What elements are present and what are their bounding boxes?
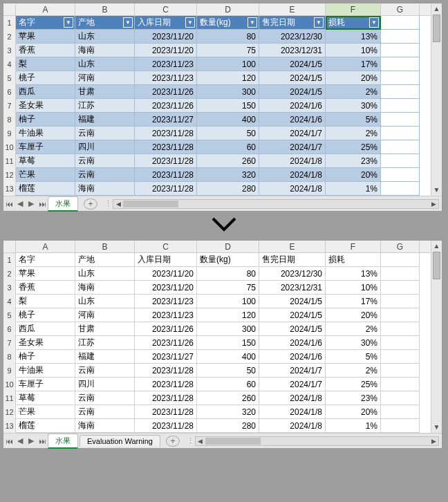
column-header-D[interactable]: D <box>197 3 259 15</box>
data-cell[interactable]: 海南 <box>75 419 135 433</box>
data-cell[interactable]: 100 <box>197 57 259 71</box>
data-cell[interactable]: 300 <box>197 322 259 336</box>
data-cell[interactable]: 2023/11/20 <box>135 44 197 57</box>
select-all-corner[interactable] <box>3 3 16 15</box>
header-cell-qty[interactable]: 数量(kg) <box>197 253 259 267</box>
empty-cell[interactable] <box>381 85 420 99</box>
data-cell[interactable]: 2023/11/27 <box>135 113 197 127</box>
data-cell[interactable]: 10% <box>326 44 381 57</box>
tab-splitter[interactable]: ⋮ <box>104 199 110 208</box>
header-cell-loss[interactable]: 损耗▼ <box>326 16 381 30</box>
data-cell[interactable]: 2023/11/28 <box>135 182 197 196</box>
row-header[interactable]: 12 <box>3 168 16 182</box>
tab-next-icon[interactable]: ▶ <box>26 199 37 208</box>
row-header[interactable]: 5 <box>3 308 16 322</box>
data-cell[interactable]: 20% <box>326 71 381 85</box>
row-header[interactable]: 5 <box>3 71 16 85</box>
data-cell[interactable]: 榴莲 <box>16 419 75 433</box>
data-cell[interactable]: 2023/11/23 <box>135 57 197 71</box>
filter-dropdown-icon[interactable]: ▼ <box>123 17 133 28</box>
data-cell[interactable]: 芒果 <box>16 168 75 182</box>
data-cell[interactable]: 榴莲 <box>16 182 75 196</box>
data-cell[interactable]: 云南 <box>75 127 135 140</box>
filter-dropdown-icon[interactable]: ▼ <box>314 17 324 28</box>
row-header[interactable]: 4 <box>3 295 16 308</box>
add-sheet-button[interactable]: + <box>84 198 97 210</box>
data-cell[interactable]: 2023/11/23 <box>135 71 197 85</box>
column-header-B[interactable]: B <box>75 241 135 252</box>
data-cell[interactable]: 10% <box>326 281 381 295</box>
data-cell[interactable]: 海南 <box>75 182 135 196</box>
data-cell[interactable]: 2024/1/8 <box>259 405 326 419</box>
row-header[interactable]: 8 <box>3 350 16 364</box>
data-cell[interactable]: 香蕉 <box>16 44 75 57</box>
data-cell[interactable]: 320 <box>197 405 259 419</box>
header-cell-qty[interactable]: 数量(kg)▼ <box>197 16 259 30</box>
tab-first-icon[interactable]: ⏮ <box>3 437 15 445</box>
scroll-thumb[interactable] <box>433 252 440 279</box>
data-cell[interactable]: 80 <box>197 267 259 281</box>
data-cell[interactable]: 2023/12/30 <box>259 30 326 44</box>
hscroll-right-icon[interactable]: ▶ <box>429 200 438 208</box>
data-cell[interactable]: 四川 <box>75 378 135 391</box>
empty-cell[interactable] <box>381 253 420 267</box>
data-cell[interactable]: 梨 <box>16 57 75 71</box>
filter-dropdown-icon[interactable]: ▼ <box>185 17 195 28</box>
data-cell[interactable]: 23% <box>326 154 381 168</box>
tab-prev-icon[interactable]: ◀ <box>15 199 26 208</box>
tab-last-icon[interactable]: ⏭ <box>37 200 48 208</box>
data-cell[interactable]: 车厘子 <box>16 378 75 391</box>
data-cell[interactable]: 2024/1/6 <box>259 113 326 127</box>
row-header[interactable]: 1 <box>3 16 16 30</box>
data-cell[interactable]: 5% <box>326 113 381 127</box>
data-cell[interactable]: 400 <box>197 113 259 127</box>
data-cell[interactable]: 云南 <box>75 364 135 378</box>
row-header[interactable]: 10 <box>3 378 16 391</box>
empty-cell[interactable] <box>381 405 420 419</box>
empty-cell[interactable] <box>381 127 420 140</box>
data-cell[interactable]: 四川 <box>75 140 135 154</box>
data-cell[interactable]: 25% <box>326 378 381 391</box>
data-cell[interactable]: 草莓 <box>16 391 75 405</box>
header-cell-selldate[interactable]: 售完日期▼ <box>259 16 326 30</box>
data-cell[interactable]: 2023/11/28 <box>135 140 197 154</box>
data-cell[interactable]: 2024/1/7 <box>259 378 326 391</box>
data-cell[interactable]: 60 <box>197 140 259 154</box>
scroll-up-icon[interactable]: ▲ <box>431 3 442 15</box>
row-header[interactable]: 7 <box>3 99 16 113</box>
select-all-corner[interactable] <box>3 241 16 252</box>
header-cell-indate[interactable]: 入库日期 <box>135 253 197 267</box>
empty-cell[interactable] <box>381 378 420 391</box>
row-header[interactable]: 9 <box>3 364 16 378</box>
row-header[interactable]: 13 <box>3 182 16 196</box>
filter-dropdown-icon[interactable]: ▼ <box>64 17 73 28</box>
vertical-scrollbar[interactable]: ▲ ▼ <box>431 241 442 433</box>
data-cell[interactable]: 13% <box>326 267 381 281</box>
data-cell[interactable]: 2023/11/23 <box>135 308 197 322</box>
row-header[interactable]: 9 <box>3 127 16 140</box>
row-header[interactable]: 2 <box>3 30 16 44</box>
column-header-B[interactable]: B <box>75 3 135 15</box>
data-cell[interactable]: 2024/1/5 <box>259 71 326 85</box>
empty-cell[interactable] <box>381 281 420 295</box>
data-cell[interactable]: 80 <box>197 30 259 44</box>
hscroll-thumb[interactable] <box>205 438 261 445</box>
data-cell[interactable]: 牛油果 <box>16 364 75 378</box>
empty-cell[interactable] <box>381 168 420 182</box>
tab-first-icon[interactable]: ⏮ <box>3 200 15 208</box>
data-cell[interactable]: 20% <box>326 308 381 322</box>
data-cell[interactable]: 30% <box>326 336 381 350</box>
sheet-tab-warning[interactable]: Evaluation Warning <box>80 435 160 447</box>
data-cell[interactable]: 1% <box>326 419 381 433</box>
data-cell[interactable]: 桃子 <box>16 308 75 322</box>
data-cell[interactable]: 2024/1/7 <box>259 127 326 140</box>
data-cell[interactable]: 75 <box>197 281 259 295</box>
scroll-thumb[interactable] <box>433 15 440 42</box>
data-cell[interactable]: 2023/11/20 <box>135 30 197 44</box>
horizontal-scrollbar[interactable]: ◀ ▶ <box>113 199 439 209</box>
data-cell[interactable]: 20% <box>326 168 381 182</box>
column-header-C[interactable]: C <box>135 3 197 15</box>
data-cell[interactable]: 2023/11/28 <box>135 391 197 405</box>
data-cell[interactable]: 2024/1/8 <box>259 391 326 405</box>
column-header-F[interactable]: F <box>326 241 381 252</box>
